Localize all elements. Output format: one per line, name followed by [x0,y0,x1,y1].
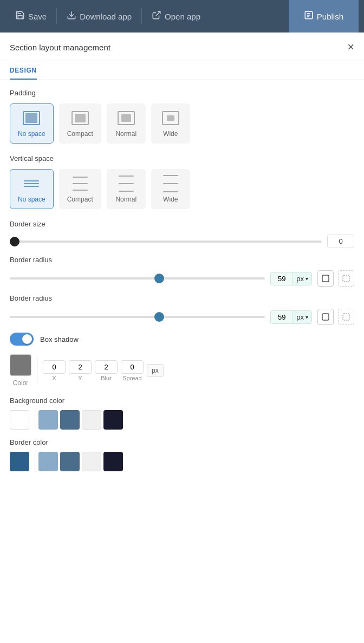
vspace-compact-label: Compact [67,196,93,203]
padding-option-normal[interactable]: Normal [107,103,146,144]
border-radius-1-slider-container [10,273,265,284]
border-color-swatches [10,452,354,471]
border-radius-1-corner-btns [317,270,354,287]
shadow-y-input[interactable] [69,360,92,374]
vspace-compact-icon [70,175,90,192]
bg-swatch-light-blue[interactable] [38,410,58,430]
box-shadow-toggle[interactable] [10,333,34,346]
shadow-x-label: X [52,375,56,381]
background-color-swatches [10,410,354,430]
padding-wide-label: Wide [163,130,178,138]
padding-option-no-space[interactable]: No space [10,103,54,144]
border-swatch-black[interactable] [103,452,123,471]
svg-rect-7 [343,275,349,282]
border-size-slider[interactable] [10,241,322,243]
vspace-wide-icon [160,175,181,192]
bg-swatch-mid-blue[interactable] [60,410,80,430]
vspace-no-space-label: No space [18,196,46,203]
shadow-x-input[interactable] [43,360,66,374]
border-radius-1-value-box: px ▾ [270,272,312,285]
border-radius-2-dashed-btn[interactable] [338,309,354,325]
padding-normal-icon [116,109,136,127]
tabs-bar: DESIGN [0,61,364,80]
border-swatch-mid-blue[interactable] [60,452,80,471]
padding-compact-icon [70,109,90,127]
box-shadow-toggle-row: Box shadow [10,333,354,346]
border-radius-1-square-btn[interactable] [317,270,334,287]
publish-button[interactable]: Publish [289,0,359,33]
download-label: Download app [80,12,132,21]
open-icon [152,10,161,23]
download-button[interactable]: Download app [57,0,141,33]
border-radius-2-slider[interactable] [10,316,265,318]
border-radius-1-input[interactable] [271,272,292,285]
border-size-row: 0 [10,235,354,248]
padding-normal-label: Normal [115,130,136,138]
padding-option-wide[interactable]: Wide [151,103,190,144]
border-color-label: Border color [10,438,354,446]
download-icon [67,10,76,23]
vspace-option-no-space[interactable]: No space [10,169,54,209]
border-radius-1-slider[interactable] [10,277,265,280]
save-label: Save [28,12,47,21]
border-radius-2-label: Border radius [10,294,354,302]
tab-design[interactable]: DESIGN [10,61,37,80]
border-radius-2-unit-select[interactable]: px ▾ [292,311,311,323]
open-label: Open app [165,12,200,21]
panel-header: Section layout management × [0,33,364,61]
publish-icon [304,10,314,23]
padding-option-compact[interactable]: Compact [59,103,101,144]
border-size-slider-container [10,236,322,247]
publish-label: Publish [317,12,343,21]
border-swatch-dark-blue[interactable] [10,452,29,471]
border-radius-2-input[interactable] [271,311,292,323]
border-radius-2-square-btn[interactable] [317,309,334,325]
shadow-blur-label: Blur [101,375,112,381]
save-button[interactable]: Save [5,0,56,33]
svg-rect-9 [343,314,349,320]
svg-line-1 [156,11,160,16]
shadow-divider [37,357,37,384]
background-color-label: Background color [10,397,354,405]
vspace-wide-label: Wide [163,196,178,203]
shadow-y-label: Y [78,375,82,381]
vspace-option-compact[interactable]: Compact [59,169,101,209]
panel-title: Section layout management [10,43,110,52]
vertical-space-options: No space Compact Normal [10,169,354,209]
shadow-unit: px [147,364,164,377]
bg-swatch-white[interactable] [10,410,29,430]
border-swatch-light-blue[interactable] [38,452,58,471]
padding-wide-icon [160,109,181,127]
svg-rect-8 [322,314,329,320]
border-radius-1-unit-select[interactable]: px ▾ [292,272,311,285]
border-swatch-divider [35,453,35,470]
vspace-option-normal[interactable]: Normal [107,169,146,209]
padding-options: No space Compact Normal [10,103,354,144]
padding-no-space-icon [21,109,42,127]
shadow-color-label: Color [13,379,29,387]
shadow-spread-label: Spread [122,375,141,381]
shadow-blur-input[interactable] [95,360,118,374]
padding-label: Padding [10,89,354,97]
bg-swatch-divider [35,412,35,428]
border-radius-1-unit: px [296,275,304,283]
close-button[interactable]: × [347,41,354,53]
bg-swatch-light-gray[interactable] [82,410,101,430]
chevron-down-icon-2: ▾ [306,314,308,320]
bg-swatch-black[interactable] [103,410,123,430]
shadow-spread-input[interactable] [121,360,144,374]
shadow-y-box: Y [69,360,92,381]
shadow-color-swatch[interactable] [10,354,31,376]
shadow-spread-box: Spread [121,360,144,381]
border-radius-2-corner-btns [317,309,354,325]
border-radius-1-dashed-btn[interactable] [338,270,354,287]
shadow-x-box: X [43,360,66,381]
vspace-no-space-icon [21,175,42,192]
shadow-blur-box: Blur [95,360,118,381]
border-swatch-light-gray[interactable] [82,452,101,471]
vspace-option-wide[interactable]: Wide [151,169,190,209]
border-size-value: 0 [327,235,354,248]
open-app-button[interactable]: Open app [142,0,210,33]
shadow-values-row: X Y Blur Spread px [43,360,354,381]
box-shadow-label: Box shadow [40,335,79,343]
